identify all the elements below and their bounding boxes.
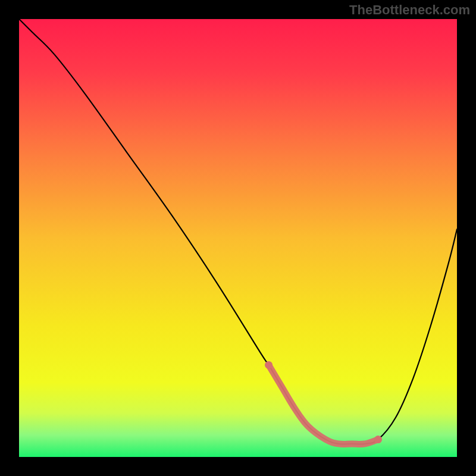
watermark: TheBottleneck.com xyxy=(349,2,470,18)
chart-container: TheBottleneck.com xyxy=(0,0,476,476)
plot-area xyxy=(19,19,457,457)
optimal-endpoint-0 xyxy=(265,361,273,369)
optimal-endpoint-1 xyxy=(374,436,382,443)
gradient-background xyxy=(19,19,457,457)
chart-svg xyxy=(19,19,457,457)
